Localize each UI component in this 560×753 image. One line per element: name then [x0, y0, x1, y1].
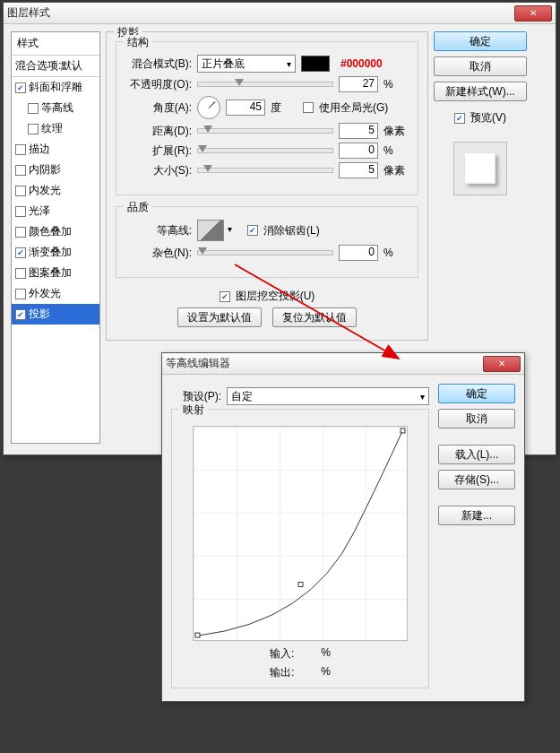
angle-dial[interactable]: [197, 96, 220, 119]
style-label: 投影: [29, 307, 50, 322]
global-light-label: 使用全局光(G): [319, 100, 388, 116]
style-checkbox[interactable]: [28, 103, 39, 114]
curve-canvas[interactable]: [193, 426, 408, 641]
svg-rect-2: [401, 428, 405, 433]
style-item[interactable]: ✔渐变叠加: [12, 242, 99, 263]
noise-slider[interactable]: [197, 250, 333, 255]
preset-label: 预设(P):: [171, 389, 221, 404]
close-icon: ✕: [498, 359, 505, 368]
style-checkbox[interactable]: ✔: [15, 309, 26, 320]
close-icon: ✕: [530, 8, 537, 18]
opacity-input[interactable]: 27: [339, 76, 378, 92]
angle-input[interactable]: 45: [226, 100, 265, 116]
dialog-title: 图层样式: [7, 5, 514, 21]
preset-combo[interactable]: 自定: [227, 387, 429, 405]
make-default-button[interactable]: 设置为默认值: [177, 307, 262, 327]
contour-save-button[interactable]: 存储(S)...: [438, 470, 515, 489]
spread-slider[interactable]: [197, 148, 333, 153]
distance-input[interactable]: 5: [339, 123, 378, 139]
size-input[interactable]: 5: [339, 162, 378, 178]
opacity-label: 不透明度(O):: [124, 77, 192, 92]
contour-ok-button[interactable]: 确定: [438, 384, 515, 403]
contour-cancel-button[interactable]: 取消: [438, 409, 515, 428]
style-checkbox[interactable]: [15, 268, 26, 279]
style-label: 外发光: [29, 286, 61, 301]
preview-label: 预览(V): [470, 110, 506, 126]
style-checkbox[interactable]: [15, 186, 26, 196]
quality-legend: 品质: [124, 200, 152, 215]
spread-label: 扩展(R):: [124, 143, 192, 159]
style-item[interactable]: 内发光: [12, 180, 99, 201]
style-label: 描边: [29, 142, 50, 157]
style-label: 等高线: [41, 100, 73, 116]
blend-mode-combo[interactable]: 正片叠底: [197, 55, 296, 73]
input-label: 输入:: [270, 646, 294, 662]
svg-rect-1: [298, 583, 303, 587]
global-light-checkbox[interactable]: [303, 102, 314, 113]
preview-box: [453, 142, 507, 195]
style-item[interactable]: 等高线: [12, 98, 99, 118]
opacity-slider[interactable]: [197, 82, 333, 87]
distance-slider[interactable]: [197, 128, 333, 134]
noise-input[interactable]: 0: [339, 245, 378, 261]
style-item[interactable]: 颜色叠加: [12, 221, 99, 242]
style-item[interactable]: 图案叠加: [12, 263, 99, 283]
ok-button[interactable]: 确定: [434, 31, 527, 51]
output-label: 输出:: [270, 665, 294, 680]
contour-label: 等高线:: [124, 223, 192, 238]
style-item[interactable]: 内阴影: [12, 160, 99, 180]
style-item[interactable]: 光泽: [12, 201, 99, 221]
close-button[interactable]: ✕: [514, 5, 552, 22]
size-slider[interactable]: [197, 168, 333, 173]
style-checkbox[interactable]: [15, 144, 26, 155]
style-label: 斜面和浮雕: [29, 80, 82, 95]
style-checkbox[interactable]: [15, 289, 26, 299]
style-label: 图案叠加: [29, 265, 72, 281]
contour-titlebar[interactable]: 等高线编辑器 ✕: [162, 353, 524, 375]
spread-input[interactable]: 0: [339, 143, 378, 159]
contour-load-button[interactable]: 载入(L)...: [438, 445, 515, 464]
knockout-label: 图层挖空投影(U): [236, 289, 315, 304]
distance-label: 距离(D):: [124, 124, 192, 139]
style-checkbox[interactable]: ✔: [15, 82, 26, 93]
style-item[interactable]: 纹理: [12, 118, 99, 139]
structure-legend: 结构: [124, 35, 152, 50]
style-label: 内阴影: [29, 162, 61, 177]
hex-annotation: #000000: [340, 57, 383, 70]
noise-label: 杂色(N):: [124, 246, 192, 261]
knockout-checkbox[interactable]: ✔: [220, 291, 230, 302]
style-checkbox[interactable]: [15, 206, 26, 217]
style-checkbox[interactable]: ✔: [15, 247, 26, 258]
new-style-button[interactable]: 新建样式(W)...: [434, 82, 527, 101]
contour-close-button[interactable]: ✕: [483, 356, 521, 372]
contour-picker[interactable]: [197, 220, 224, 241]
shadow-color-swatch[interactable]: [301, 56, 330, 72]
style-label: 内发光: [29, 183, 61, 198]
style-item[interactable]: 描边: [12, 139, 99, 160]
cancel-button[interactable]: 取消: [434, 56, 527, 76]
style-checkbox[interactable]: [15, 227, 26, 238]
style-label: 颜色叠加: [29, 224, 72, 239]
angle-label: 角度(A):: [124, 100, 192, 116]
size-label: 大小(S):: [124, 163, 192, 178]
titlebar[interactable]: 图层样式 ✕: [4, 3, 556, 24]
style-item[interactable]: ✔投影: [12, 304, 99, 325]
reset-default-button[interactable]: 复位为默认值: [272, 307, 357, 327]
mapping-legend: 映射: [179, 402, 208, 418]
preview-checkbox[interactable]: ✔: [454, 113, 465, 124]
style-checkbox[interactable]: [15, 165, 26, 176]
antialias-checkbox[interactable]: ✔: [247, 225, 258, 236]
styles-header: 样式: [12, 32, 99, 56]
style-label: 渐变叠加: [29, 245, 72, 260]
contour-new-button[interactable]: 新建...: [438, 506, 515, 525]
antialias-label: 消除锯齿(L): [263, 223, 320, 238]
contour-editor-dialog: 等高线编辑器 ✕ 预设(P): 自定 映射 输入:: [161, 352, 525, 702]
style-item[interactable]: ✔斜面和浮雕: [12, 77, 99, 98]
blend-mode-label: 混合模式(B):: [124, 56, 192, 72]
blend-options-item[interactable]: 混合选项:默认: [12, 56, 99, 77]
style-item[interactable]: 外发光: [12, 283, 99, 304]
contour-dialog-title: 等高线编辑器: [166, 356, 483, 371]
svg-rect-0: [195, 633, 200, 637]
style-checkbox[interactable]: [28, 124, 39, 134]
style-list[interactable]: 样式 混合选项:默认 ✔斜面和浮雕等高线纹理描边内阴影内发光光泽颜色叠加✔渐变叠…: [11, 31, 100, 444]
